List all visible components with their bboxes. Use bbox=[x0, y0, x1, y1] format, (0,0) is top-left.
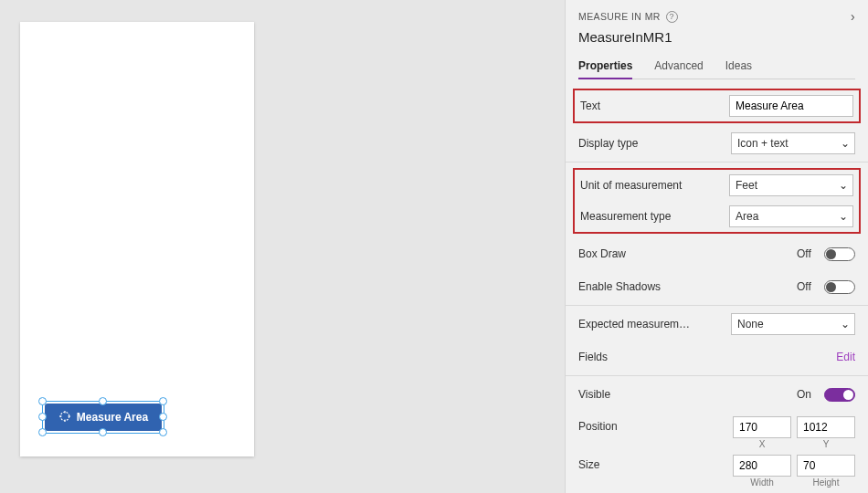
box-draw-toggle[interactable] bbox=[824, 247, 855, 261]
svg-point-0 bbox=[60, 412, 69, 420]
label-fields: Fields bbox=[578, 351, 836, 363]
measurement-type-value: Area bbox=[736, 210, 758, 223]
label-shadows: Enable Shadows bbox=[578, 280, 797, 293]
control-category: MEASURE IN MR bbox=[578, 11, 661, 22]
shadows-state: Off bbox=[797, 280, 817, 293]
box-draw-state: Off bbox=[797, 247, 817, 260]
resize-handle-tm[interactable] bbox=[99, 397, 107, 405]
collapse-panel-icon[interactable]: › bbox=[851, 9, 855, 24]
chevron-down-icon: ⌄ bbox=[839, 179, 848, 192]
highlight-text-row: Text bbox=[573, 89, 861, 123]
display-type-select[interactable]: Icon + text ⌄ bbox=[731, 132, 855, 154]
resize-handle-tl[interactable] bbox=[38, 397, 47, 405]
resize-handle-bl[interactable] bbox=[38, 428, 47, 436]
resize-handle-tr[interactable] bbox=[159, 397, 167, 405]
panel-tabs: Properties Advanced Ideas bbox=[578, 56, 855, 79]
tab-ideas[interactable]: Ideas bbox=[725, 56, 752, 79]
tab-advanced[interactable]: Advanced bbox=[654, 56, 703, 79]
label-unit: Unit of measurement bbox=[580, 179, 729, 192]
expected-value: None bbox=[737, 318, 764, 330]
label-box-draw: Box Draw bbox=[578, 247, 797, 260]
label-expected: Expected measurem… bbox=[578, 318, 731, 330]
shadows-toggle[interactable] bbox=[824, 280, 855, 294]
position-x-input[interactable] bbox=[733, 416, 791, 438]
caption-height: Height bbox=[813, 477, 840, 488]
resize-handle-bm[interactable] bbox=[99, 428, 107, 436]
caption-width: Width bbox=[750, 477, 774, 488]
measure-button-label: Measure Area bbox=[77, 411, 148, 424]
unit-select[interactable]: Feet ⌄ bbox=[729, 174, 853, 196]
resize-handle-mr[interactable] bbox=[159, 413, 167, 421]
caption-y: Y bbox=[823, 439, 830, 449]
canvas-area[interactable]: Measure Area bbox=[0, 0, 565, 493]
chevron-down-icon: ⌄ bbox=[841, 318, 850, 330]
label-size: Size bbox=[578, 455, 733, 471]
resize-handle-br[interactable] bbox=[159, 428, 167, 436]
position-y-input[interactable] bbox=[797, 416, 855, 438]
help-icon[interactable]: ? bbox=[666, 11, 678, 23]
size-width-input[interactable] bbox=[733, 455, 791, 477]
control-instance-name: MeasureInMR1 bbox=[578, 26, 855, 47]
caption-x: X bbox=[759, 439, 766, 449]
measure-icon bbox=[58, 410, 71, 425]
app-screen bbox=[20, 22, 254, 456]
label-display-type: Display type bbox=[578, 137, 731, 150]
visible-toggle[interactable] bbox=[824, 388, 855, 402]
highlight-measure-rows: Unit of measurement Feet ⌄ Measurement t… bbox=[573, 168, 861, 234]
label-text: Text bbox=[580, 100, 729, 112]
properties-panel: MEASURE IN MR ? › MeasureInMR1 Propertie… bbox=[565, 0, 868, 493]
expected-select[interactable]: None ⌄ bbox=[731, 313, 855, 335]
selected-control[interactable]: Measure Area bbox=[41, 400, 164, 434]
visible-state: On bbox=[797, 388, 817, 401]
unit-value: Feet bbox=[736, 179, 757, 192]
measure-area-button[interactable]: Measure Area bbox=[45, 404, 162, 431]
label-measurement-type: Measurement type bbox=[580, 210, 729, 223]
chevron-down-icon: ⌄ bbox=[841, 137, 850, 150]
text-input[interactable] bbox=[729, 95, 853, 117]
label-visible: Visible bbox=[578, 388, 797, 401]
display-type-value: Icon + text bbox=[737, 137, 789, 150]
chevron-down-icon: ⌄ bbox=[839, 210, 848, 223]
resize-handle-ml[interactable] bbox=[38, 413, 47, 421]
measurement-type-select[interactable]: Area ⌄ bbox=[729, 205, 853, 227]
size-height-input[interactable] bbox=[797, 455, 855, 477]
tab-properties[interactable]: Properties bbox=[578, 56, 632, 79]
label-position: Position bbox=[578, 416, 733, 433]
fields-edit-link[interactable]: Edit bbox=[836, 351, 855, 363]
